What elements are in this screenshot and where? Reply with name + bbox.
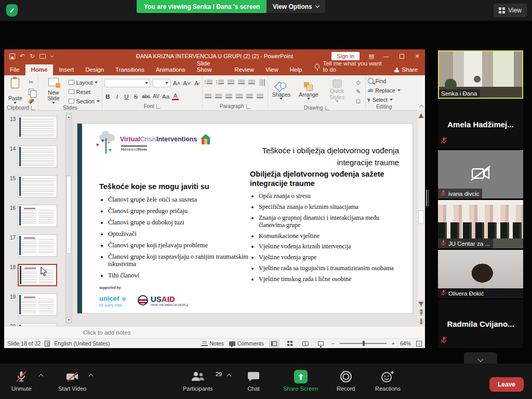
normal-view-button[interactable] (269, 340, 280, 348)
view-options-button[interactable]: View Options (267, 0, 325, 13)
leave-button[interactable]: Leave (489, 377, 524, 392)
cut-button[interactable]: ✂ (26, 78, 36, 86)
save-icon[interactable] (9, 54, 15, 59)
start-slideshow-icon[interactable] (39, 54, 46, 59)
language-indicator[interactable]: English (United States) (54, 340, 110, 347)
clear-formatting-button[interactable]: A̷ (193, 80, 200, 86)
notes-toggle[interactable]: Notes (202, 340, 224, 347)
bold-button[interactable]: B (104, 94, 111, 100)
tell-me-box[interactable]: Tell me what you want to do (315, 60, 387, 75)
tab-animations[interactable]: Animations (150, 64, 191, 75)
security-shield-icon[interactable]: ✓ (6, 4, 18, 17)
customize-qat-icon[interactable] (50, 54, 54, 57)
close-icon[interactable]: ✕ (409, 49, 425, 63)
restore-icon[interactable] (394, 49, 409, 63)
justify-icon[interactable] (236, 94, 243, 99)
dialog-launcher-icon[interactable] (246, 104, 250, 109)
comments-toggle[interactable]: Comments (229, 340, 264, 347)
slide-thumbnail-20[interactable] (18, 323, 57, 326)
shape-effects-button[interactable]: ◻ (354, 97, 363, 105)
find-button[interactable]: Find (368, 77, 401, 85)
tab-design[interactable]: Design (79, 64, 110, 75)
dialog-launcher-icon[interactable] (156, 104, 161, 109)
copy-button[interactable] (26, 88, 36, 96)
dialog-launcher-icon[interactable] (31, 106, 35, 110)
dialog-launcher-icon[interactable] (325, 106, 329, 110)
previous-slide-icon[interactable]: ⇞ (418, 309, 424, 316)
numbering-icon[interactable] (216, 80, 224, 85)
decrease-font-button[interactable]: A˅ (183, 80, 190, 86)
underline-button[interactable]: U (123, 94, 130, 100)
participant-tile-radmila[interactable]: Radmila Cvijano... (438, 300, 523, 348)
replace-button[interactable]: abReplace (368, 86, 401, 94)
slide-thumbnail-18-selected[interactable] (18, 264, 57, 286)
smartart-icon[interactable] (257, 94, 263, 99)
font-color-button[interactable]: A (172, 92, 179, 100)
reset-button[interactable]: Reset (69, 88, 100, 96)
notes-pane[interactable]: Click to add notes (4, 326, 425, 338)
participant-tile-senka[interactable]: Senka i Đana (438, 50, 523, 99)
format-painter-button[interactable] (26, 97, 36, 105)
change-case-button[interactable]: Aa (162, 94, 169, 100)
zoom-level[interactable]: 64% (400, 340, 411, 347)
video-options-chevron-icon[interactable] (89, 374, 93, 378)
tab-insert[interactable]: Insert (53, 64, 79, 75)
tab-view[interactable]: View (260, 64, 284, 75)
increase-font-button[interactable]: A˄ (173, 80, 180, 86)
align-right-icon[interactable] (225, 94, 232, 99)
slide-thumbnail-15[interactable] (18, 175, 57, 197)
decrease-indent-icon[interactable] (228, 80, 234, 85)
italic-button[interactable]: I (114, 94, 121, 100)
audio-options-chevron-icon[interactable] (39, 374, 43, 378)
scroll-down-icon[interactable]: ▼ (418, 300, 424, 307)
paste-button[interactable]: Paste (6, 77, 24, 105)
next-slide-icon[interactable]: ⇟ (418, 318, 424, 325)
strikethrough-button[interactable]: S (132, 94, 139, 100)
increase-indent-icon[interactable] (238, 80, 245, 85)
thumbnail-scrollbar[interactable]: ▲ ▼ (65, 113, 72, 324)
tab-help[interactable]: Help (284, 64, 308, 75)
zoom-slider[interactable] (340, 343, 387, 344)
undo-icon[interactable]: ↶ (20, 52, 25, 60)
tab-review[interactable]: Review (229, 64, 260, 75)
participant-tile-amela[interactable]: Amela Hadžimej... (438, 100, 523, 149)
slide-thumbnail-19[interactable] (18, 294, 57, 316)
start-video-button[interactable]: Start Video (58, 370, 86, 392)
view-button[interactable]: View (494, 4, 527, 17)
columns-icon[interactable] (246, 94, 253, 99)
participant-tile-ivana[interactable]: ivana divcic (438, 150, 523, 198)
scrollbar-thumb[interactable] (418, 210, 424, 224)
slideshow-view-button[interactable] (316, 340, 326, 348)
slide-thumbnail-17[interactable] (18, 234, 57, 257)
tab-file[interactable]: File (4, 64, 25, 75)
new-slide-button[interactable]: New Slide (41, 77, 66, 105)
slide-thumbnail-14[interactable] (18, 145, 57, 168)
share-button[interactable]: Share (387, 66, 425, 75)
sign-in-button[interactable]: Sign in (331, 52, 360, 60)
proofing-icon[interactable] (45, 341, 50, 347)
collapse-ribbon-icon[interactable] (419, 105, 423, 109)
zoom-in-button[interactable]: + (392, 340, 395, 347)
participants-options-chevron-icon[interactable] (227, 374, 231, 378)
shapes-button[interactable]: Shapes (270, 81, 293, 101)
panel-resize-handle[interactable] (426, 190, 429, 206)
layout-button[interactable]: Layout (69, 78, 100, 86)
slide-sorter-view-button[interactable] (285, 340, 295, 348)
participants-button[interactable]: Participants (183, 370, 212, 392)
zoom-slider-thumb[interactable] (363, 341, 365, 346)
scroll-down-icon[interactable]: ▼ (66, 317, 71, 323)
shape-fill-button[interactable]: ◇ (354, 78, 363, 86)
align-left-icon[interactable] (205, 94, 211, 99)
reactions-button[interactable]: Reactions (375, 370, 401, 392)
chat-button[interactable]: Chat (247, 370, 260, 392)
participant-tile-ju-centar[interactable]: JU Centar za ... (438, 200, 523, 248)
scroll-up-icon[interactable]: ▲ (418, 112, 424, 118)
unmute-button[interactable]: Unmute (11, 370, 32, 392)
arrange-button[interactable]: Arrange (297, 81, 320, 101)
character-spacing-button[interactable]: AV (153, 94, 159, 99)
select-button[interactable]: Select (368, 96, 401, 103)
shape-outline-button[interactable]: ✎ (354, 88, 363, 96)
fit-slide-to-window-icon[interactable] (416, 341, 422, 347)
font-size-combobox[interactable] (153, 79, 170, 87)
slide-thumbnail-13[interactable] (18, 116, 57, 138)
